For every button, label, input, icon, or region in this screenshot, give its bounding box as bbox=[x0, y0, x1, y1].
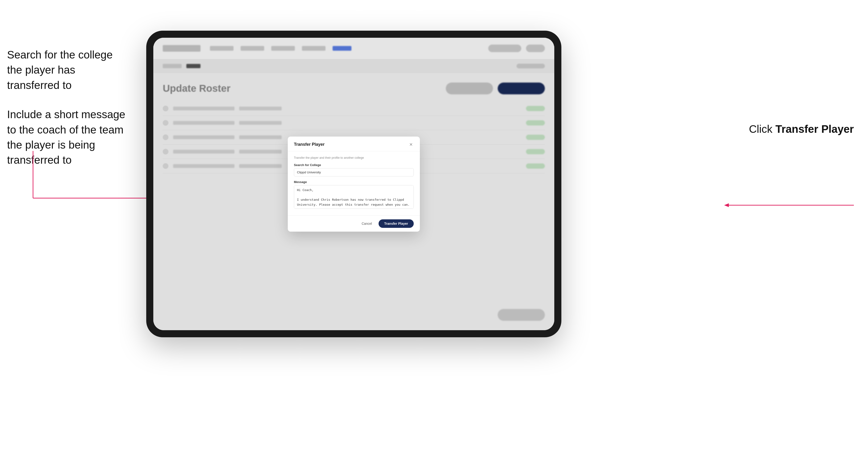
modal-body: Transfer the player and their profile to… bbox=[288, 151, 420, 215]
annotation-transfer-bold: Transfer Player bbox=[776, 123, 854, 135]
transfer-player-button[interactable]: Transfer Player bbox=[379, 219, 414, 228]
search-college-label: Search for College bbox=[294, 163, 414, 167]
search-college-input[interactable] bbox=[294, 168, 414, 177]
modal-footer: Cancel Transfer Player bbox=[288, 215, 420, 231]
message-label: Message bbox=[294, 180, 414, 184]
message-textarea[interactable] bbox=[294, 185, 414, 209]
modal-description: Transfer the player and their profile to… bbox=[294, 156, 414, 159]
modal-close-button[interactable]: ✕ bbox=[408, 142, 414, 148]
annotation-click-text: Click bbox=[749, 123, 775, 135]
tablet-screen: Update Roster bbox=[153, 38, 554, 330]
modal-header: Transfer Player ✕ bbox=[288, 136, 420, 151]
svg-marker-4 bbox=[724, 203, 729, 207]
dialog-overlay: Transfer Player ✕ Transfer the player an… bbox=[153, 38, 554, 330]
tablet-frame: Update Roster bbox=[146, 31, 561, 337]
annotation-right: Click Transfer Player bbox=[749, 123, 854, 135]
cancel-button[interactable]: Cancel bbox=[358, 220, 375, 227]
transfer-player-modal: Transfer Player ✕ Transfer the player an… bbox=[288, 136, 420, 231]
annotation-search-text: Search for the college the player has tr… bbox=[7, 47, 130, 93]
close-icon: ✕ bbox=[409, 142, 413, 147]
modal-title: Transfer Player bbox=[294, 142, 324, 147]
